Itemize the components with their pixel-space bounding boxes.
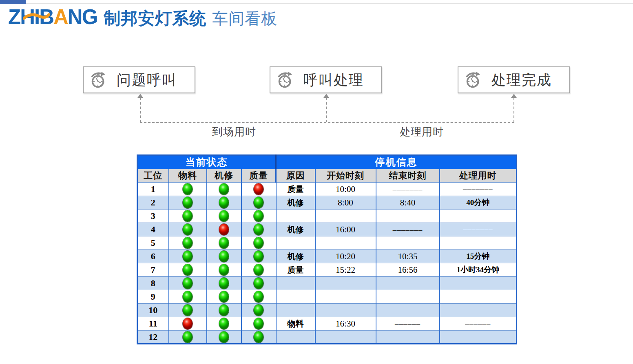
light-cell-quality	[241, 304, 276, 317]
light-cell-quality	[241, 183, 276, 196]
end-time-cell: 8:40	[376, 196, 440, 210]
station-cell: 9	[137, 290, 169, 304]
light-cell-quality	[241, 210, 276, 223]
top-strip-blue-segment	[0, 0, 26, 4]
end-time-cell	[376, 277, 440, 290]
brand-header: ZHIBANG 制邦安灯系统 车间看板	[8, 5, 277, 30]
status-light-green	[219, 291, 229, 302]
light-cell-quality	[241, 196, 276, 210]
step-label: 问题呼叫	[108, 71, 191, 90]
reason-cell	[276, 277, 315, 290]
step-box-problem-call[interactable]: 问题呼叫	[83, 66, 195, 93]
light-cell-material	[169, 290, 207, 304]
arrival-duration-label: 到场用时	[206, 125, 263, 139]
duration-cell: 15分钟	[440, 250, 517, 263]
light-cell-quality	[241, 263, 276, 277]
station-cell: 6	[137, 250, 169, 263]
status-light-green	[183, 237, 193, 249]
status-light-red	[254, 183, 263, 195]
arrow-up-icon	[323, 94, 329, 98]
status-light-green	[183, 331, 193, 343]
logo-text-mid: IB	[34, 5, 53, 29]
status-light-green	[219, 183, 229, 195]
status-light-green	[219, 197, 229, 208]
table-row: 8	[137, 277, 517, 290]
status-light-green	[183, 197, 193, 208]
status-light-green	[219, 264, 229, 276]
group-header-current-status: 当前状态	[137, 155, 276, 169]
duration-cell: 40分钟	[440, 196, 517, 210]
arrow-up-icon	[511, 94, 517, 98]
duration-cell	[440, 331, 517, 344]
logo-text-accent: A	[53, 5, 68, 29]
status-light-green	[254, 251, 263, 262]
duration-cell: –––––––	[440, 223, 517, 236]
duration-cell: 1小时34分钟	[440, 263, 517, 277]
table-body: 1质量10:00––––––––––––––2机修8:008:4040分钟34机…	[137, 183, 517, 344]
reason-cell	[276, 236, 315, 250]
duration-cell: ––––––	[440, 317, 517, 331]
status-light-green	[183, 224, 193, 235]
page-title: 制邦安灯系统	[104, 7, 206, 30]
column-header: 工位	[137, 169, 169, 183]
light-cell-mechanic	[207, 236, 241, 250]
step-box-handling-complete[interactable]: 处理完成	[458, 66, 570, 93]
reason-cell: 物料	[276, 317, 315, 331]
station-cell: 12	[137, 331, 169, 344]
group-header-row: 当前状态停机信息	[137, 155, 517, 169]
start-time-cell: 10:20	[315, 250, 376, 263]
light-cell-quality	[241, 317, 276, 331]
connector-hline	[140, 122, 514, 123]
status-light-red	[183, 318, 193, 329]
logo-text-left: ZH	[8, 5, 34, 29]
column-header: 物料	[169, 169, 207, 183]
duration-cell	[440, 290, 517, 304]
status-light-green	[183, 183, 193, 195]
end-time-cell	[376, 304, 440, 317]
light-cell-quality	[241, 223, 276, 236]
connector-vline	[326, 98, 327, 122]
light-cell-quality	[241, 277, 276, 290]
stopwatch-icon	[464, 71, 483, 89]
start-time-cell	[315, 236, 376, 250]
light-cell-material	[169, 236, 207, 250]
status-light-green	[254, 237, 263, 249]
light-cell-mechanic	[207, 250, 241, 263]
light-cell-mechanic	[207, 196, 241, 210]
station-cell: 10	[137, 304, 169, 317]
light-cell-material	[169, 304, 207, 317]
reason-cell	[276, 290, 315, 304]
column-header: 质量	[241, 169, 276, 183]
status-light-green	[183, 210, 193, 222]
light-cell-mechanic	[207, 304, 241, 317]
light-cell-quality	[241, 331, 276, 344]
table-row: 2机修8:008:4040分钟	[137, 196, 517, 210]
end-time-cell: 16:56	[376, 263, 440, 277]
table-row: 11物料16:30––––––––––––	[137, 317, 517, 331]
reason-cell	[276, 210, 315, 223]
empty-dashes: –––––––	[463, 225, 493, 234]
status-light-green	[254, 197, 263, 208]
zhibang-logo: ZHIBANG	[8, 5, 97, 29]
start-time-cell	[315, 304, 376, 317]
reason-cell: 机修	[276, 223, 315, 236]
table-row: 10	[137, 304, 517, 317]
light-cell-material	[169, 317, 207, 331]
column-header: 机修	[207, 169, 241, 183]
connector-vline	[513, 98, 514, 122]
light-cell-mechanic	[207, 277, 241, 290]
column-header: 开始时刻	[315, 169, 376, 183]
station-cell: 5	[137, 236, 169, 250]
reason-cell: 机修	[276, 250, 315, 263]
workshop-kanban-page: ZHIBANG 制邦安灯系统 车间看板 问题呼叫	[0, 0, 633, 364]
step-box-call-handling[interactable]: 呼叫处理	[270, 66, 382, 93]
start-time-cell: 8:00	[315, 196, 376, 210]
light-cell-mechanic	[207, 331, 241, 344]
status-light-green	[254, 291, 263, 302]
status-light-red	[219, 224, 229, 235]
step-label: 呼叫处理	[295, 71, 378, 90]
light-cell-quality	[241, 290, 276, 304]
start-time-cell: 16:30	[315, 317, 376, 331]
station-cell: 2	[137, 196, 169, 210]
stopwatch-icon	[276, 71, 295, 89]
